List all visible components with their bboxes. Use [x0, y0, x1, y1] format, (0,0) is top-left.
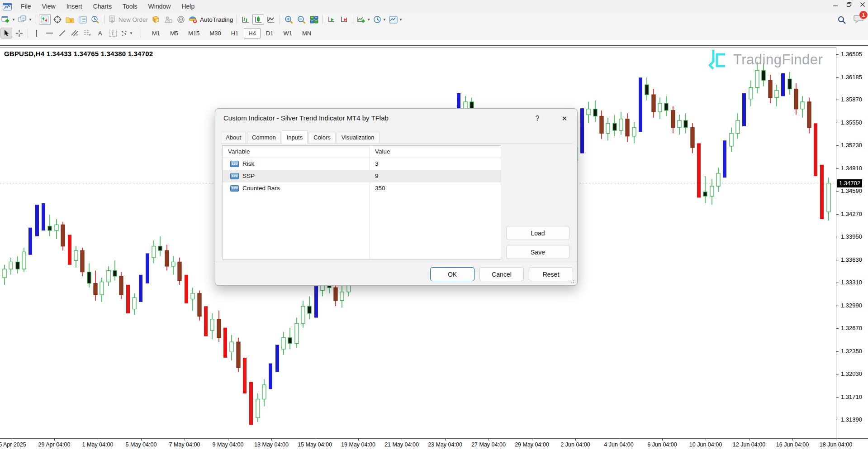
- terminal-button[interactable]: [77, 14, 89, 25]
- label-tool[interactable]: T: [107, 28, 119, 38]
- candle: [204, 306, 208, 336]
- menu-file[interactable]: File: [15, 0, 37, 13]
- candle: [16, 256, 19, 273]
- toolbar-separator: [353, 15, 353, 24]
- minimize-button[interactable]: [833, 2, 838, 7]
- menu-items: FileViewInsertChartsToolsWindowHelp: [15, 0, 200, 13]
- crosshair-tool[interactable]: [13, 28, 25, 38]
- candle: [198, 291, 201, 321]
- candle: [295, 318, 299, 348]
- periods-button[interactable]: ▼: [372, 14, 387, 25]
- dialog-close-button[interactable]: ✕: [558, 113, 571, 124]
- new-chart-icon: [1, 15, 10, 24]
- tile-windows-button[interactable]: [308, 14, 320, 25]
- table-row-counted-bars[interactable]: 123Counted Bars350: [223, 182, 501, 195]
- load-button[interactable]: Load: [506, 226, 569, 240]
- reset-button[interactable]: Reset: [529, 267, 573, 281]
- market-target-button[interactable]: [175, 14, 187, 25]
- price-axis-tick: [836, 351, 839, 352]
- param-value[interactable]: 9: [375, 173, 379, 179]
- time-axis-tick: [402, 439, 402, 441]
- param-value[interactable]: 3: [375, 160, 379, 167]
- menu-insert[interactable]: Insert: [61, 0, 88, 13]
- timeframe-mn[interactable]: MN: [298, 28, 316, 38]
- tab-about[interactable]: About: [221, 132, 246, 143]
- save-button[interactable]: Save: [506, 245, 569, 259]
- menu-view[interactable]: View: [37, 0, 61, 13]
- data-window-button[interactable]: [52, 14, 63, 25]
- inputs-table[interactable]: VariableValue123Risk3123SSP9123Counted B…: [222, 145, 501, 259]
- time-axis[interactable]: 25 Apr 202529 Apr 04:001 May 04:005 May …: [0, 438, 868, 451]
- notification-badge: 1: [859, 11, 868, 19]
- price-axis-tick: [836, 374, 839, 374]
- market-watch-button[interactable]: [39, 14, 51, 25]
- timeframe-m15[interactable]: M15: [184, 28, 204, 38]
- profiles-button[interactable]: ▼: [17, 14, 33, 25]
- cancel-button[interactable]: Cancel: [479, 267, 524, 281]
- menu-charts[interactable]: Charts: [88, 0, 117, 13]
- bar-chart-button[interactable]: [240, 14, 251, 25]
- dialog-help-button[interactable]: ?: [532, 113, 543, 124]
- tab-colors[interactable]: Colors: [308, 132, 336, 143]
- time-axis-label: 19 May 04:00: [333, 441, 383, 448]
- navigator-button[interactable]: [64, 14, 76, 25]
- tab-common[interactable]: Common: [247, 132, 281, 143]
- menu-window[interactable]: Window: [143, 0, 176, 13]
- vertical-line-tool[interactable]: [31, 28, 43, 38]
- metaeditor-button[interactable]: [150, 14, 161, 25]
- profiles-icon: [18, 15, 27, 24]
- chart-shift-button[interactable]: [338, 14, 350, 25]
- search-icon[interactable]: [837, 15, 846, 24]
- timeframe-m1[interactable]: M1: [147, 28, 165, 38]
- timeframe-h4[interactable]: H4: [244, 28, 261, 38]
- horizontal-line-tool[interactable]: [43, 28, 55, 38]
- tab-inputs[interactable]: Inputs: [282, 130, 308, 144]
- timeframe-h1[interactable]: H1: [227, 28, 243, 38]
- autotrading-label: AutoTrading: [200, 16, 233, 23]
- new-order-button[interactable]: New Order: [107, 14, 149, 25]
- close-button[interactable]: [860, 2, 865, 7]
- templates-button[interactable]: ▼: [388, 14, 403, 25]
- ok-button[interactable]: OK: [430, 267, 474, 281]
- table-row-ssp[interactable]: 123SSP9: [223, 170, 501, 182]
- table-row-risk[interactable]: 123Risk3: [223, 158, 501, 170]
- line-chart-button[interactable]: [265, 14, 277, 25]
- timeframe-m5[interactable]: M5: [166, 28, 183, 38]
- menu-tools[interactable]: Tools: [117, 0, 143, 13]
- fibonacci-tool[interactable]: F: [81, 28, 93, 38]
- indicators-button[interactable]: ▼: [356, 14, 371, 25]
- dialog-titlebar[interactable]: Custom Indicator - Silver Trend Indicato…: [215, 109, 577, 128]
- timeframe-m30[interactable]: M30: [205, 28, 225, 38]
- community-button[interactable]: [162, 14, 174, 25]
- equidistant-channel-tool[interactable]: E: [69, 28, 81, 38]
- svg-text:F: F: [89, 34, 91, 37]
- new-chart-button[interactable]: ▼: [0, 14, 16, 25]
- arrows-tool[interactable]: ▼: [119, 28, 134, 38]
- timeframe-w1[interactable]: W1: [279, 28, 297, 38]
- param-value[interactable]: 350: [375, 185, 385, 192]
- watermark-text: TradingFinder: [733, 52, 823, 68]
- time-axis-tick: [228, 439, 228, 441]
- restore-button[interactable]: [846, 2, 852, 7]
- candlestick-chart-button[interactable]: [252, 14, 264, 25]
- auto-scroll-icon: [327, 15, 336, 24]
- resize-grip[interactable]: [571, 279, 575, 283]
- svg-text:T: T: [111, 30, 114, 36]
- zoom-in-icon: [285, 15, 293, 24]
- price-axis[interactable]: 1.34702 1.365051.361851.358701.355501.35…: [836, 47, 868, 438]
- zoom-out-button[interactable]: [295, 14, 307, 25]
- menu-help[interactable]: Help: [176, 0, 200, 13]
- cursor-tool[interactable]: [0, 28, 12, 38]
- param-name: Counted Bars: [242, 185, 280, 192]
- text-tool[interactable]: A: [94, 28, 106, 38]
- autotrading-button[interactable]: AutoTrading: [188, 14, 234, 25]
- notifications-button[interactable]: 1: [854, 14, 863, 25]
- strategy-tester-button[interactable]: [90, 14, 101, 25]
- numeric-param-icon: 123: [230, 173, 239, 179]
- tab-visualization[interactable]: Visualization: [337, 132, 379, 143]
- auto-scroll-button[interactable]: [326, 14, 337, 25]
- price-axis-label: 1.36185: [841, 74, 862, 81]
- timeframe-d1[interactable]: D1: [261, 28, 278, 38]
- trendline-tool[interactable]: [56, 28, 68, 38]
- zoom-in-button[interactable]: [283, 14, 294, 25]
